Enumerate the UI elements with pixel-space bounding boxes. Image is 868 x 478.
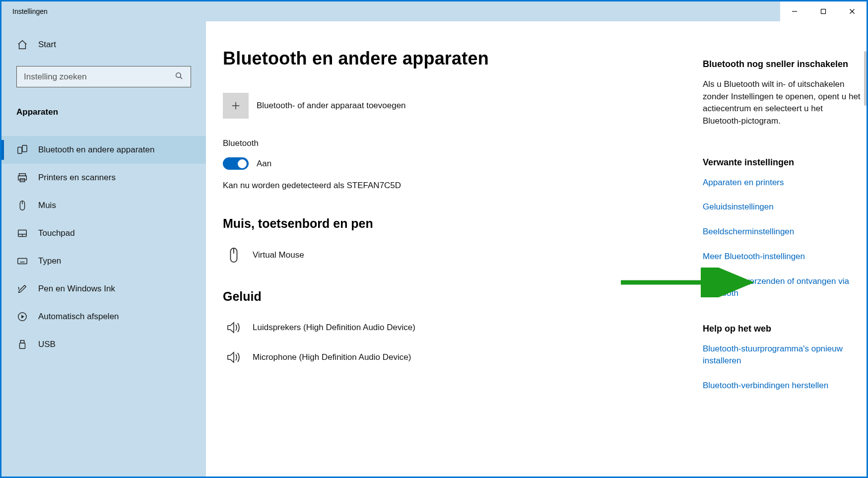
help-links: Bluetooth-stuurprogramma's opnieuw insta…: [703, 343, 861, 391]
device-label: Microphone (High Definition Audio Device…: [253, 352, 411, 362]
device-row[interactable]: Virtual Mouse: [223, 243, 683, 268]
bluetooth-label: Bluetooth: [223, 138, 683, 148]
page-title: Bluetooth en andere apparaten: [223, 48, 683, 69]
speaker-icon: [223, 349, 245, 365]
home-label: Start: [38, 40, 56, 50]
keyboard-icon: [16, 256, 28, 267]
window-controls: [780, 1, 867, 21]
autoplay-icon: [16, 311, 28, 322]
close-button[interactable]: [838, 1, 867, 21]
add-device-button[interactable]: Bluetooth- of ander apparaat toevoegen: [223, 93, 683, 119]
plus-icon: [223, 93, 249, 119]
touchpad-icon: [16, 228, 28, 239]
section-audio-heading: Geluid: [223, 289, 683, 304]
main-area: Start Apparaten Bluetooth en andere appa…: [1, 21, 867, 477]
search-box[interactable]: [16, 66, 191, 87]
sidebar-item-autoplay[interactable]: Automatisch afspelen: [1, 303, 206, 331]
maximize-button[interactable]: [809, 1, 838, 21]
sidebar-item-mouse[interactable]: Muis: [1, 192, 206, 219]
link-reinstall-drivers[interactable]: Bluetooth-stuurprogramma's opnieuw insta…: [703, 343, 861, 367]
search-input[interactable]: [24, 72, 175, 82]
link-more-bluetooth[interactable]: Meer Bluetooth-instellingen: [703, 251, 861, 263]
sidebar-item-label: Typen: [38, 256, 61, 266]
sidebar: Start Apparaten Bluetooth en andere appa…: [1, 21, 206, 477]
pen-icon: [16, 283, 28, 294]
toggle-knob: [238, 159, 247, 168]
device-row[interactable]: Microphone (High Definition Audio Device…: [223, 345, 683, 369]
device-row[interactable]: Luidsprekers (High Definition Audio Devi…: [223, 316, 683, 340]
printer-icon: [16, 172, 28, 183]
link-sound-settings[interactable]: Geluidsinstellingen: [703, 201, 861, 213]
sidebar-item-usb[interactable]: USB: [1, 331, 206, 358]
search-icon: [175, 71, 184, 82]
related-links: Apparaten en printers Geluidsinstellinge…: [703, 177, 861, 299]
toggle-state-label: Aan: [257, 159, 271, 169]
home-icon: [16, 39, 28, 50]
content: Bluetooth en andere apparaten Bluetooth-…: [206, 21, 867, 477]
mouse-icon: [16, 200, 28, 211]
help-heading: Help op het web: [703, 324, 861, 334]
sidebar-item-label: Automatisch afspelen: [38, 312, 119, 322]
minimize-button[interactable]: [780, 1, 809, 21]
link-repair-connections[interactable]: Bluetooth-verbindingen herstellen: [703, 380, 861, 392]
titlebar: Instellingen: [1, 1, 867, 21]
svg-rect-7: [22, 145, 27, 152]
svg-rect-1: [821, 9, 826, 14]
device-label: Luidsprekers (High Definition Audio Devi…: [253, 323, 415, 333]
detectable-text: Kan nu worden gedetecteerd als STEFAN7C5…: [223, 181, 683, 191]
svg-point-4: [176, 72, 181, 77]
link-send-receive-bluetooth[interactable]: Bestanden verzenden of ontvangen via Blu…: [703, 275, 861, 299]
sidebar-item-typing[interactable]: Typen: [1, 247, 206, 275]
category-title: Apparaten: [1, 102, 206, 122]
speaker-icon: [223, 320, 245, 336]
scrollbar[interactable]: [864, 51, 867, 106]
right-pane: Bluetooth nog sneller inschakelen Als u …: [703, 21, 867, 477]
bluetooth-toggle[interactable]: [223, 157, 249, 170]
sidebar-item-label: Muis: [38, 201, 56, 210]
tip-heading: Bluetooth nog sneller inschakelen: [703, 59, 861, 69]
svg-rect-24: [20, 341, 24, 343]
content-main: Bluetooth en andere apparaten Bluetooth-…: [206, 21, 703, 477]
settings-window: Instellingen Start: [1, 1, 867, 477]
svg-marker-23: [21, 315, 24, 318]
nav-list: Bluetooth en andere apparaten Printers e…: [1, 136, 206, 358]
sidebar-item-label: Pen en Windows Ink: [38, 284, 115, 294]
usb-icon: [16, 339, 28, 350]
sidebar-item-label: USB: [38, 340, 56, 349]
bluetooth-toggle-row: Aan: [223, 157, 683, 170]
sidebar-item-bluetooth[interactable]: Bluetooth en andere apparaten: [1, 136, 206, 164]
svg-line-5: [180, 77, 182, 79]
svg-rect-25: [20, 343, 25, 348]
add-device-label: Bluetooth- of ander apparaat toevoegen: [257, 101, 406, 111]
sidebar-item-label: Touchpad: [38, 228, 75, 238]
sidebar-item-label: Printers en scanners: [38, 173, 116, 183]
sidebar-item-printers[interactable]: Printers en scanners: [1, 164, 206, 192]
link-devices-printers[interactable]: Apparaten en printers: [703, 177, 861, 189]
link-display-settings[interactable]: Beeldscherminstellingen: [703, 226, 861, 238]
device-label: Virtual Mouse: [253, 250, 304, 260]
sidebar-item-pen[interactable]: Pen en Windows Ink: [1, 275, 206, 303]
mouse-icon: [223, 247, 245, 264]
svg-rect-9: [18, 176, 27, 180]
search-container: [1, 66, 206, 87]
sidebar-item-label: Bluetooth en andere apparaten: [38, 145, 154, 155]
svg-rect-16: [18, 259, 27, 264]
bluetooth-devices-icon: [16, 144, 28, 155]
svg-rect-6: [18, 147, 22, 154]
section-mouse-heading: Muis, toetsenbord en pen: [223, 216, 683, 231]
home-button[interactable]: Start: [1, 34, 206, 55]
tip-text: Als u Bluetooth wilt in- of uitschakelen…: [703, 78, 861, 128]
related-heading: Verwante instellingen: [703, 157, 861, 168]
sidebar-item-touchpad[interactable]: Touchpad: [1, 219, 206, 247]
window-title: Instellingen: [1, 7, 780, 15]
